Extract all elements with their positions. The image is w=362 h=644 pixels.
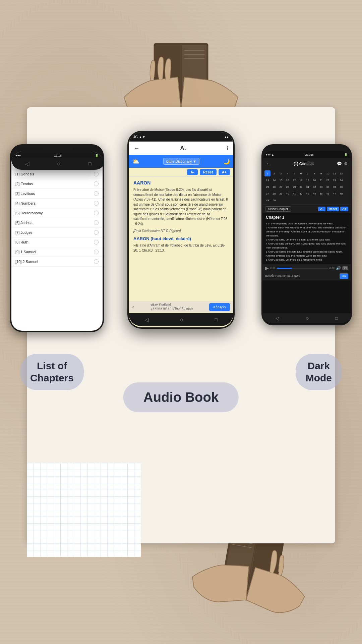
ch-num-46[interactable]: 46 xyxy=(325,191,331,197)
ch-num-32[interactable]: 32 xyxy=(311,184,317,190)
ch-num-30[interactable]: 30 xyxy=(298,184,304,190)
chapter-item-9[interactable]: [9] 1 Samuel xyxy=(11,247,103,257)
ch-num-21[interactable]: 21 xyxy=(318,177,324,183)
signal-left: ●●● xyxy=(15,154,21,157)
nav-square-right[interactable]: □ xyxy=(335,316,338,321)
ch-num-48[interactable]: 48 xyxy=(338,191,344,197)
ch-num-4[interactable]: 4 xyxy=(285,170,291,176)
nav-square-center[interactable]: □ xyxy=(215,317,218,322)
ch-num-10[interactable]: 10 xyxy=(325,170,331,176)
ch-num-36[interactable]: 36 xyxy=(338,184,344,190)
right-font-reset[interactable]: Reset xyxy=(327,207,339,211)
ch-num-23[interactable]: 23 xyxy=(331,177,338,183)
ch-num-13[interactable]: 13 xyxy=(264,177,270,183)
ch-num-43[interactable]: 43 xyxy=(305,191,311,197)
radio-9 xyxy=(94,250,99,254)
nav-home-icon-left[interactable]: ○ xyxy=(57,160,61,167)
audio-book-label-container: Audio Book xyxy=(123,382,239,412)
ch-num-9[interactable]: 9 xyxy=(318,170,324,176)
ch-num-29[interactable]: 29 xyxy=(291,184,297,190)
volume-icon[interactable]: 🔊 xyxy=(336,266,341,270)
ch-num-31[interactable]: 31 xyxy=(305,184,311,190)
font-reset-button[interactable]: Reset xyxy=(200,169,217,175)
ch-num-12[interactable]: 12 xyxy=(338,170,344,176)
ad-action-button[interactable]: คลิกดูว่า xyxy=(209,303,230,311)
nav-back-right[interactable]: ◁ xyxy=(276,316,279,321)
thai-action-button[interactable]: อัน xyxy=(340,273,348,279)
nav-home-center[interactable]: ○ xyxy=(180,316,183,323)
ch-num-41[interactable]: 41 xyxy=(291,191,297,197)
right-font-plus[interactable]: A+ xyxy=(340,207,348,211)
ch-num-28[interactable]: 28 xyxy=(285,184,291,190)
chapter-item-10[interactable]: [10] 2 Samuel xyxy=(11,257,103,267)
ch-num-35[interactable]: 35 xyxy=(331,184,338,190)
ch-num-33[interactable]: 33 xyxy=(318,184,324,190)
ch-num-47[interactable]: 47 xyxy=(331,191,338,197)
chapter-item-7[interactable]: [7] Judges xyxy=(11,228,103,237)
ad-close-btn[interactable]: × xyxy=(132,305,134,309)
ch-num-39[interactable]: 39 xyxy=(278,191,284,197)
ch-num-18[interactable]: 18 xyxy=(298,177,304,183)
play-icon[interactable]: ▶ xyxy=(265,265,269,271)
ch-num-25[interactable]: 25 xyxy=(264,184,270,190)
chapter-item-1[interactable]: [1] Genesis xyxy=(11,169,103,179)
dict-text-2: Fils aîné d'Amram et de Yokébed, de la t… xyxy=(133,243,229,253)
chapter-item-8[interactable]: [8] Ruth xyxy=(11,237,103,247)
right-font-minus[interactable]: A- xyxy=(318,207,325,211)
ch-num-22[interactable]: 22 xyxy=(325,177,331,183)
center-app-bar: ← A. ℹ xyxy=(129,142,233,155)
ch-num-8[interactable]: 8 xyxy=(311,170,317,176)
ch-num-1[interactable]: 1 xyxy=(264,170,270,176)
center-top-controls: ⛅ Bible Dictionary ▼ 🌙 xyxy=(129,155,233,168)
comment-icon-right[interactable]: 💬 xyxy=(337,161,342,166)
chapter-item-6[interactable]: [6] Joshua xyxy=(11,218,103,228)
ch-num-7[interactable]: 7 xyxy=(305,170,311,176)
ch-num-37[interactable]: 37 xyxy=(264,191,270,197)
settings-icon-right[interactable]: ⚙ xyxy=(344,161,348,166)
ch-num-17[interactable]: 17 xyxy=(291,177,297,183)
ch-num-16[interactable]: 16 xyxy=(285,177,291,183)
chapter-item-4[interactable]: [4] Numbers xyxy=(11,199,103,208)
chapter-item-3[interactable]: [3] Leviticus xyxy=(11,189,103,199)
ch-num-15[interactable]: 15 xyxy=(278,177,284,183)
bible-dict-button[interactable]: Bible Dictionary ▼ xyxy=(163,158,199,165)
ch-num-27[interactable]: 27 xyxy=(278,184,284,190)
ch-num-50[interactable]: 50 xyxy=(271,197,277,203)
ch-num-3[interactable]: 3 xyxy=(278,170,284,176)
font-plus-button[interactable]: A+ xyxy=(219,169,230,175)
dict-title-1: AARON xyxy=(133,180,229,185)
nav-home-right[interactable]: ○ xyxy=(306,315,309,321)
ch-num-20[interactable]: 20 xyxy=(311,177,317,183)
back-button-right[interactable]: ← xyxy=(266,161,270,166)
ch-num-14[interactable]: 14 xyxy=(271,177,277,183)
chapter-item-5[interactable]: [5] Deuteronomy xyxy=(11,208,103,218)
chapter-item-2[interactable]: [2] Exodus xyxy=(11,179,103,189)
ch-num-34[interactable]: 34 xyxy=(325,184,331,190)
ch-num-42[interactable]: 42 xyxy=(298,191,304,197)
ch-num-2[interactable]: 2 xyxy=(271,170,277,176)
ch-num-45[interactable]: 45 xyxy=(318,191,324,197)
ch-num-40[interactable]: 40 xyxy=(285,191,291,197)
info-icon-center[interactable]: ℹ xyxy=(227,145,229,152)
nav-square-icon-left[interactable]: □ xyxy=(88,161,91,166)
radio-6 xyxy=(94,220,99,225)
ch-num-24[interactable]: 24 xyxy=(338,177,344,183)
back-button-center[interactable]: ← xyxy=(133,145,139,152)
ch-num-19[interactable]: 19 xyxy=(305,177,311,183)
speed-badge[interactable]: X1 xyxy=(342,266,348,270)
ch-num-44[interactable]: 44 xyxy=(311,191,317,197)
ch-num-49[interactable]: 49 xyxy=(264,197,270,203)
ch-num-26[interactable]: 26 xyxy=(271,184,277,190)
audio-progress-bar[interactable] xyxy=(277,268,328,269)
ch-num-11[interactable]: 11 xyxy=(331,170,338,176)
bible-text-area: Chapter 1 1 In the beginning God created… xyxy=(262,213,351,264)
nav-back-icon-left[interactable]: ◁ xyxy=(25,161,29,167)
audio-time-current: 0:00 xyxy=(270,267,276,270)
right-select-chapter-btn[interactable]: Select Chapter xyxy=(265,206,291,212)
ch-num-6[interactable]: 6 xyxy=(298,170,304,176)
font-minus-button[interactable]: A- xyxy=(187,169,198,175)
ch-num-38[interactable]: 38 xyxy=(271,191,277,197)
nav-back-center[interactable]: ◁ xyxy=(144,317,148,323)
ch-num-5[interactable]: 5 xyxy=(291,170,297,176)
list-chapters-label: List ofChapters xyxy=(20,354,84,390)
